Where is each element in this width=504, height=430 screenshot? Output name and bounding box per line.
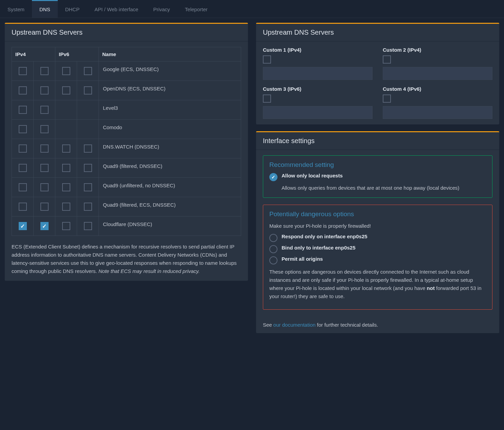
upstream-dns-card: Upstream DNS Servers IPv4 IPv6 Name Goog…: [5, 23, 248, 281]
custom-field: Custom 4 (IPv6): [383, 86, 492, 119]
provider-name: Cloudflare (DNSSEC): [99, 217, 241, 236]
radio-option[interactable]: [269, 234, 277, 242]
radio-option[interactable]: [269, 256, 277, 264]
checkbox-ipv4b[interactable]: [40, 203, 49, 211]
provider-name: Level3: [99, 100, 241, 120]
checkbox-ipv6b[interactable]: [84, 144, 92, 153]
dangerous-desc: These options are dangerous on devices d…: [269, 268, 486, 300]
table-row: Quad9 (filtered, DNSSEC): [12, 158, 241, 178]
custom-dns-card: Upstream DNS Servers Custom 1 (IPv4)Cust…: [256, 23, 499, 124]
checkbox-ipv6b[interactable]: [84, 203, 92, 211]
ecs-note: ECS (Extended Client Subnet) defines a m…: [12, 241, 241, 275]
tab-privacy[interactable]: Privacy: [146, 0, 177, 18]
dns-providers-table: IPv4 IPv6 Name Google (ECS, DNSSEC)OpenD…: [12, 47, 241, 236]
checkbox-ipv6a[interactable]: [62, 144, 70, 153]
custom-checkbox[interactable]: [263, 55, 271, 64]
checkbox-ipv4a[interactable]: [19, 86, 27, 94]
radio-allow-local[interactable]: [269, 173, 277, 181]
table-row: OpenDNS (ECS, DNSSEC): [12, 81, 241, 100]
card-title: Upstream DNS Servers: [256, 24, 499, 41]
checkbox-ipv4a[interactable]: [19, 164, 27, 172]
checkbox-ipv4b[interactable]: [40, 222, 49, 230]
doc-link[interactable]: our documentation: [273, 322, 316, 328]
checkbox-ipv6a[interactable]: [62, 67, 70, 75]
checkbox-ipv4a[interactable]: [19, 125, 27, 133]
checkbox-ipv4b[interactable]: [40, 106, 49, 114]
interface-settings-card: Interface settings Recommended setting A…: [256, 131, 499, 333]
radio-label: Allow only local requests: [282, 173, 343, 178]
checkbox-ipv4a[interactable]: [19, 106, 27, 114]
checkbox-ipv4a[interactable]: [19, 222, 27, 230]
checkbox-ipv4b[interactable]: [40, 67, 49, 75]
radio-label: Permit all origins: [282, 256, 323, 262]
checkbox-ipv6a[interactable]: [62, 222, 70, 230]
custom-input[interactable]: [263, 106, 373, 119]
custom-label: Custom 3 (IPv6): [263, 86, 373, 92]
header-ipv6: IPv6: [55, 47, 99, 62]
table-row: Quad9 (unfiltered, no DNSSEC): [12, 178, 241, 197]
provider-name: Google (ECS, DNSSEC): [99, 62, 241, 81]
checkbox-ipv4b[interactable]: [40, 164, 49, 172]
checkbox-ipv6b[interactable]: [84, 183, 92, 191]
provider-name: Comodo: [99, 120, 241, 139]
tab-system[interactable]: System: [0, 0, 32, 18]
checkbox-ipv4b[interactable]: [40, 183, 49, 191]
custom-checkbox[interactable]: [383, 94, 391, 103]
custom-field: Custom 1 (IPv4): [263, 47, 373, 80]
recommended-heading: Recommended setting: [269, 161, 486, 169]
custom-field: Custom 3 (IPv6): [263, 86, 373, 119]
provider-name: Quad9 (unfiltered, no DNSSEC): [99, 178, 241, 197]
tab-teleporter[interactable]: Teleporter: [177, 0, 215, 18]
custom-checkbox[interactable]: [263, 94, 271, 103]
custom-label: Custom 4 (IPv6): [383, 86, 492, 92]
custom-input[interactable]: [383, 67, 492, 80]
table-row: Quad9 (filtered, ECS, DNSSEC): [12, 197, 241, 217]
custom-checkbox[interactable]: [383, 55, 391, 64]
header-ipv4: IPv4: [12, 47, 55, 62]
dangerous-heading: Potentially dangerous options: [269, 210, 486, 218]
provider-name: Quad9 (filtered, DNSSEC): [99, 158, 241, 178]
checkbox-ipv6a[interactable]: [62, 203, 70, 211]
checkbox-ipv6b[interactable]: [84, 86, 92, 94]
table-row: Cloudflare (DNSSEC): [12, 217, 241, 236]
checkbox-ipv4b[interactable]: [40, 125, 49, 133]
radio-desc: Allows only queries from devices that ar…: [282, 184, 486, 192]
checkbox-ipv6b[interactable]: [84, 222, 92, 230]
table-row: Google (ECS, DNSSEC): [12, 62, 241, 81]
checkbox-ipv4a[interactable]: [19, 144, 27, 153]
custom-field: Custom 2 (IPv4): [383, 47, 492, 80]
custom-input[interactable]: [263, 67, 373, 80]
checkbox-ipv4b[interactable]: [40, 86, 49, 94]
table-row: DNS.WATCH (DNSSEC): [12, 139, 241, 158]
checkbox-ipv4a[interactable]: [19, 183, 27, 191]
provider-name: OpenDNS (ECS, DNSSEC): [99, 81, 241, 100]
provider-name: DNS.WATCH (DNSSEC): [99, 139, 241, 158]
custom-label: Custom 1 (IPv4): [263, 47, 373, 53]
custom-input[interactable]: [383, 106, 492, 119]
radio-label: Bind only to interface enp0s25: [282, 245, 356, 251]
radio-option[interactable]: [269, 245, 277, 253]
custom-label: Custom 2 (IPv4): [383, 47, 492, 53]
table-row: Comodo: [12, 120, 241, 139]
checkbox-ipv4a[interactable]: [19, 67, 27, 75]
dangerous-warning: Make sure your Pi-hole is properly firew…: [269, 222, 486, 230]
checkbox-ipv4a[interactable]: [19, 203, 27, 211]
provider-name: Quad9 (filtered, ECS, DNSSEC): [99, 197, 241, 217]
radio-label: Respond only on interface enp0s25: [282, 234, 367, 239]
dangerous-box: Potentially dangerous options Make sure …: [263, 205, 492, 310]
table-row: Level3: [12, 100, 241, 120]
checkbox-ipv4b[interactable]: [40, 144, 49, 153]
checkbox-ipv6a[interactable]: [62, 183, 70, 191]
checkbox-ipv6a[interactable]: [62, 164, 70, 172]
checkbox-ipv6a[interactable]: [62, 86, 70, 94]
header-name: Name: [99, 47, 241, 62]
doc-row: See our documentation for further techni…: [256, 322, 499, 333]
card-title: Upstream DNS Servers: [5, 24, 248, 41]
recommended-box: Recommended setting Allow only local req…: [263, 155, 492, 198]
tab-api-web-interface[interactable]: API / Web interface: [87, 0, 146, 18]
checkbox-ipv6b[interactable]: [84, 164, 92, 172]
tab-dhcp[interactable]: DHCP: [58, 0, 87, 18]
card-title: Interface settings: [256, 132, 499, 150]
tab-dns[interactable]: DNS: [32, 0, 58, 18]
checkbox-ipv6b[interactable]: [84, 67, 92, 75]
